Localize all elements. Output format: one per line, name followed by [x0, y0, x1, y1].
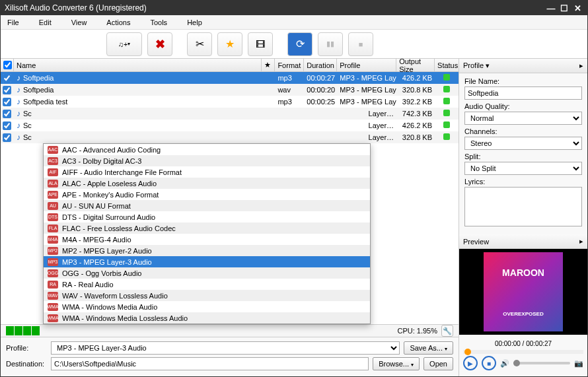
- menubar: File Edit View Actions Tools Help: [1, 15, 587, 30]
- stop-button[interactable]: ■: [348, 32, 373, 56]
- music-plus-icon: ♫+: [118, 40, 128, 48]
- dropdown-item[interactable]: FLAFLAC - Free Lossless Audio Codec: [44, 223, 370, 234]
- open-button[interactable]: Open: [423, 357, 453, 370]
- table-row[interactable]: ♪ScLayer…742.3 KB: [1, 108, 459, 120]
- table-row[interactable]: ♪Softpediawav00:00:20MP3 - MPEG Layer…32…: [1, 84, 459, 96]
- dropdown-item[interactable]: MP2MP2 - MPEG Layer-2 Audio: [44, 245, 370, 256]
- table-row[interactable]: ♪ScLayer…320.8 KB: [1, 131, 459, 143]
- browse-button[interactable]: Browse... ▾: [373, 357, 420, 370]
- channels-select[interactable]: Stereo: [464, 137, 582, 150]
- col-name[interactable]: Name: [14, 59, 262, 72]
- convert-button[interactable]: ⟳: [287, 32, 312, 56]
- cut-button[interactable]: ✂: [187, 32, 212, 56]
- col-status[interactable]: Status: [435, 59, 459, 72]
- menu-file[interactable]: File: [7, 18, 19, 26]
- format-icon: AAC: [48, 146, 58, 154]
- chevron-down-icon: ▾: [445, 346, 447, 352]
- menu-tools[interactable]: Tools: [150, 18, 167, 26]
- film-icon: 🎞: [256, 39, 265, 50]
- settings-icon[interactable]: 🔧: [441, 325, 453, 337]
- dropdown-item[interactable]: DTSDTS - Digital Surround Audio: [44, 211, 370, 223]
- dropdown-item[interactable]: RA RA - Real Audio: [44, 279, 370, 290]
- expand-icon[interactable]: ▸: [579, 61, 583, 70]
- volume-icon[interactable]: 🔊: [500, 359, 509, 368]
- play-button[interactable]: ▶: [463, 356, 478, 370]
- format-icon: WAV: [48, 292, 58, 300]
- refresh-icon: ⟳: [296, 38, 305, 50]
- preview-stop-button[interactable]: ■: [482, 356, 496, 370]
- add-file-button[interactable]: ♫+ ▾: [106, 32, 142, 56]
- effects-button[interactable]: ★: [217, 32, 242, 56]
- row-checkbox[interactable]: [3, 74, 11, 83]
- table-row[interactable]: ♪ScLayer…426.2 KB: [1, 120, 459, 131]
- format-icon: WMA: [48, 314, 58, 322]
- row-checkbox[interactable]: [3, 86, 11, 94]
- col-duration[interactable]: Duration: [304, 59, 337, 72]
- preview-seek-bar[interactable]: [463, 350, 583, 354]
- dropdown-item[interactable]: MP3MP3 - MPEG Layer-3 Audio: [44, 256, 370, 267]
- select-all-checkbox[interactable]: [3, 61, 12, 69]
- audio-quality-select[interactable]: Normal: [464, 112, 582, 125]
- cpu-usage: CPU: 1.95%: [397, 327, 437, 335]
- dropdown-item[interactable]: AIFAIFF - Audio Interchange File Format: [44, 166, 370, 178]
- menu-help[interactable]: Help: [187, 18, 202, 26]
- profile-select[interactable]: MP3 - MPEG Layer-3 Audio: [51, 341, 400, 355]
- table-row[interactable]: ♪Softpedia testmp300:00:25MP3 - MPEG Lay…: [1, 96, 459, 108]
- dropdown-item[interactable]: AACAAC - Advanced Audio Coding: [44, 144, 370, 155]
- menu-actions[interactable]: Actions: [106, 18, 130, 26]
- dropdown-item[interactable]: AC3AC3 - Dolby Digital AC-3: [44, 155, 370, 166]
- window-title: Xilisoft Audio Converter 6 (Unregistered…: [5, 3, 544, 13]
- destination-input[interactable]: [51, 357, 369, 370]
- volume-slider[interactable]: [513, 362, 570, 364]
- dropdown-item[interactable]: WAVWAV - Waveform Lossless Audio: [44, 290, 370, 301]
- snapshot-icon[interactable]: 📷: [574, 359, 583, 368]
- lyrics-label: Lyrics:: [464, 178, 582, 186]
- expand-icon[interactable]: ▸: [579, 237, 583, 246]
- format-icon: AU: [48, 202, 58, 210]
- pause-icon: ▮▮: [326, 40, 334, 48]
- output-settings: Profile: MP3 - MPEG Layer-3 Audio Save A…: [1, 337, 459, 377]
- format-icon: MP3: [48, 258, 58, 266]
- format-icon: FLA: [48, 224, 58, 232]
- col-output-size[interactable]: Output Size: [396, 59, 435, 72]
- clip-button[interactable]: 🎞: [248, 32, 273, 56]
- status-dot: [443, 133, 450, 140]
- profile-panel-header[interactable]: Profile ▾ ▸: [459, 59, 587, 73]
- col-format[interactable]: Format: [275, 59, 304, 72]
- dropdown-item[interactable]: AU AU - SUN AU Format: [44, 200, 370, 211]
- toolbar: ♫+ ▾ ✖ ✂ ★ 🎞 ⟳ ▮▮ ■: [1, 30, 587, 59]
- row-checkbox[interactable]: [3, 110, 11, 118]
- table-row[interactable]: ♪Softpediamp300:00:27MP3 - MPEG Layer…42…: [1, 72, 459, 84]
- col-profile[interactable]: Profile: [337, 59, 396, 72]
- maximize-icon[interactable]: ☐: [558, 3, 570, 13]
- dropdown-item[interactable]: ALAALAC - Apple Loseless Audio: [44, 178, 370, 189]
- preview-panel-header[interactable]: Preview ▸: [459, 234, 587, 249]
- split-select[interactable]: No Split: [464, 162, 582, 175]
- delete-button[interactable]: ✖: [147, 32, 172, 56]
- save-as-button[interactable]: Save As... ▾: [404, 341, 453, 355]
- dropdown-item[interactable]: OGGOGG - Ogg Vorbis Audio: [44, 267, 370, 279]
- profile-dropdown-list[interactable]: AACAAC - Advanced Audio CodingAC3AC3 - D…: [43, 143, 371, 324]
- menu-view[interactable]: View: [71, 18, 87, 26]
- music-icon: ♪: [17, 97, 20, 106]
- star-icon: ★: [225, 38, 235, 50]
- split-label: Split:: [464, 153, 582, 160]
- col-star[interactable]: ★: [262, 59, 275, 72]
- dropdown-item[interactable]: WMAWMA - Windows Media Lossless Audio: [44, 312, 370, 324]
- format-icon: RA: [48, 281, 58, 289]
- dropdown-item[interactable]: WMAWMA - Windows Media Audio: [44, 301, 370, 312]
- format-icon: AC3: [48, 157, 58, 165]
- menu-edit[interactable]: Edit: [39, 18, 52, 26]
- row-checkbox[interactable]: [3, 98, 11, 106]
- status-dot: [443, 86, 450, 92]
- minimize-icon[interactable]: —: [545, 3, 557, 13]
- dropdown-item[interactable]: M4AM4A - MPEG-4 Audio: [44, 234, 370, 245]
- lyrics-textarea[interactable]: [464, 187, 582, 226]
- close-icon[interactable]: ✕: [571, 3, 583, 13]
- chevron-down-icon: ▾: [128, 41, 130, 47]
- dropdown-item[interactable]: APEAPE - Monkey's Audio Format: [44, 189, 370, 200]
- pause-button[interactable]: ▮▮: [318, 32, 343, 56]
- row-checkbox[interactable]: [3, 121, 11, 130]
- row-checkbox[interactable]: [3, 133, 11, 142]
- file-name-input[interactable]: [464, 86, 582, 100]
